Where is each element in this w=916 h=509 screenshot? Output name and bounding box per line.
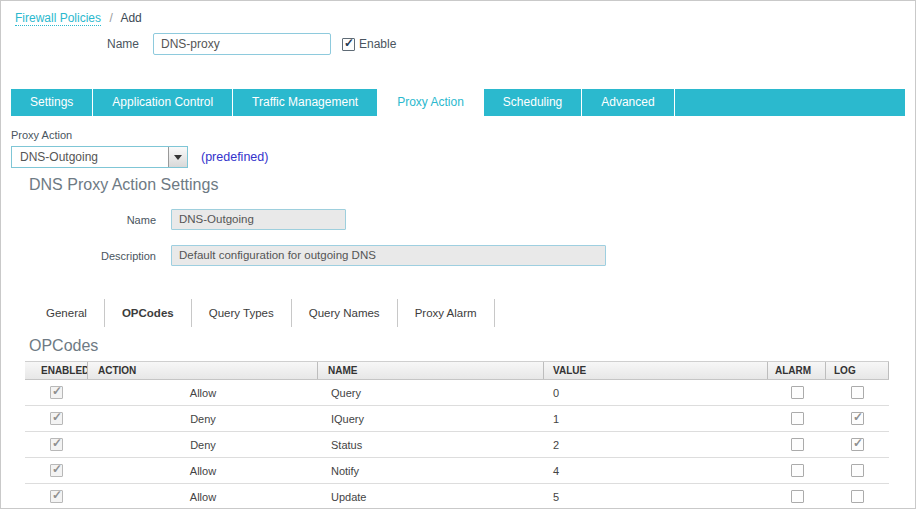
enabled-checkbox[interactable] xyxy=(50,438,63,451)
chevron-down-icon xyxy=(174,155,182,160)
log-checkbox[interactable] xyxy=(851,490,864,503)
proxy-action-subtabs: General OPCodes Query Types Query Names … xyxy=(29,299,915,327)
opcodes-section-title: OPCodes xyxy=(29,337,915,355)
action-cell[interactable]: Allow xyxy=(88,458,318,483)
subtab-query-names[interactable]: Query Names xyxy=(292,299,398,327)
value-cell: 5 xyxy=(544,484,768,509)
subtab-query-types[interactable]: Query Types xyxy=(192,299,292,327)
log-checkbox[interactable] xyxy=(851,464,864,477)
action-description-label: Description xyxy=(1,245,156,266)
tab-advanced[interactable]: Advanced xyxy=(582,89,674,116)
action-description-field: Default configuration for outgoing DNS xyxy=(171,245,606,266)
enable-checkbox-group: Enable xyxy=(342,37,396,51)
log-checkbox[interactable] xyxy=(851,386,864,399)
log-checkbox[interactable] xyxy=(851,438,864,451)
subtab-general[interactable]: General xyxy=(29,299,105,327)
subtab-proxy-alarm[interactable]: Proxy Alarm xyxy=(398,299,495,327)
action-name-label: Name xyxy=(1,209,156,230)
column-header-name: NAME xyxy=(318,362,544,379)
firewall-policy-add-page: Firewall Policies / Add Name Enable Sett… xyxy=(0,0,916,509)
proxy-action-selected-value: DNS-Outgoing xyxy=(12,147,168,167)
dropdown-button[interactable] xyxy=(168,147,187,167)
column-header-value: VALUE xyxy=(544,362,768,379)
tab-application-control[interactable]: Application Control xyxy=(93,89,233,116)
name-cell: Query xyxy=(318,380,544,405)
action-cell[interactable]: Deny xyxy=(88,432,318,457)
breadcrumb-current: Add xyxy=(120,11,141,25)
opcodes-table: ENABLED ACTION NAME VALUE ALARM LOG Allo… xyxy=(25,361,889,509)
action-description-row: Description Default configuration for ou… xyxy=(1,245,915,266)
value-cell: 4 xyxy=(544,458,768,483)
alarm-checkbox[interactable] xyxy=(791,490,804,503)
proxy-action-select-row: DNS-Outgoing (predefined) xyxy=(11,146,915,168)
alarm-checkbox[interactable] xyxy=(791,412,804,425)
column-header-enabled: ENABLED xyxy=(25,362,88,379)
name-cell: Status xyxy=(318,432,544,457)
enabled-checkbox[interactable] xyxy=(50,464,63,477)
tab-scheduling[interactable]: Scheduling xyxy=(484,89,582,116)
column-header-alarm: ALARM xyxy=(768,362,826,379)
value-cell: 2 xyxy=(544,432,768,457)
tab-proxy-action[interactable]: Proxy Action xyxy=(378,89,484,116)
predefined-note: (predefined) xyxy=(201,150,268,164)
name-cell: IQuery xyxy=(318,406,544,431)
action-cell[interactable]: Deny xyxy=(88,406,318,431)
table-row: Deny Status 2 xyxy=(25,432,889,458)
enable-checkbox[interactable] xyxy=(342,38,355,51)
log-checkbox[interactable] xyxy=(851,412,864,425)
table-row: Deny IQuery 1 xyxy=(25,406,889,432)
enabled-checkbox[interactable] xyxy=(50,490,63,503)
subtab-opcodes[interactable]: OPCodes xyxy=(105,299,192,327)
action-cell[interactable]: Allow xyxy=(88,380,318,405)
breadcrumb: Firewall Policies / Add xyxy=(1,1,915,25)
table-row: Allow Query 0 xyxy=(25,380,889,406)
column-header-action: ACTION xyxy=(88,362,318,379)
tab-traffic-management[interactable]: Traffic Management xyxy=(233,89,378,116)
action-name-row: Name DNS-Outgoing xyxy=(1,209,915,230)
value-cell: 1 xyxy=(544,406,768,431)
alarm-checkbox[interactable] xyxy=(791,438,804,451)
value-cell: 0 xyxy=(544,380,768,405)
policy-tab-bar: Settings Application Control Traffic Man… xyxy=(11,89,905,116)
breadcrumb-link-firewall-policies[interactable]: Firewall Policies xyxy=(15,11,101,26)
policy-name-input[interactable] xyxy=(153,33,331,55)
table-row: Allow Update 5 xyxy=(25,484,889,509)
proxy-action-select[interactable]: DNS-Outgoing xyxy=(11,146,188,168)
enabled-checkbox[interactable] xyxy=(50,386,63,399)
alarm-checkbox[interactable] xyxy=(791,386,804,399)
policy-name-label: Name xyxy=(1,37,139,51)
action-name-field: DNS-Outgoing xyxy=(171,209,346,230)
dns-proxy-action-settings-title: DNS Proxy Action Settings xyxy=(29,176,915,194)
policy-name-row: Name Enable xyxy=(1,33,915,55)
column-header-log: LOG xyxy=(826,362,889,379)
enable-label: Enable xyxy=(359,37,396,51)
breadcrumb-separator: / xyxy=(109,11,112,25)
name-cell: Notify xyxy=(318,458,544,483)
tab-settings[interactable]: Settings xyxy=(11,89,93,116)
proxy-action-label: Proxy Action xyxy=(11,129,915,141)
name-cell: Update xyxy=(318,484,544,509)
action-cell[interactable]: Allow xyxy=(88,484,318,509)
alarm-checkbox[interactable] xyxy=(791,464,804,477)
table-row: Allow Notify 4 xyxy=(25,458,889,484)
enabled-checkbox[interactable] xyxy=(50,412,63,425)
opcodes-table-header: ENABLED ACTION NAME VALUE ALARM LOG xyxy=(25,362,889,380)
